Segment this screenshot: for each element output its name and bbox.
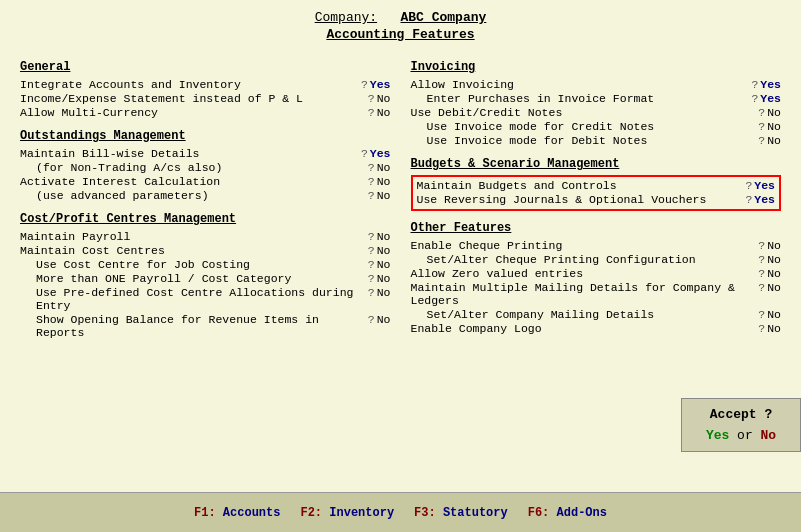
feature-label: Enable Company Logo [411, 322, 759, 335]
footer-bar: F1: Accounts F2: Inventory F3: Statutory… [0, 492, 801, 532]
feature-value: ? No [368, 272, 391, 285]
feature-label: Maintain Bill-wise Details [20, 147, 361, 160]
section-general-header: General [20, 60, 391, 74]
accept-options: Yes or No [692, 428, 790, 443]
accept-or: or [737, 428, 760, 443]
feature-row: Use Pre-defined Cost Centre Allocations … [20, 286, 391, 312]
feature-row: Use Invoice mode for Credit Notes ? No [411, 120, 782, 133]
feature-value: ? No [758, 322, 781, 335]
feature-label: Income/Expense Statement instead of P & … [20, 92, 368, 105]
feature-row: Allow Zero valued entries ? No [411, 267, 782, 280]
fkey-f6: F6: [528, 506, 550, 520]
feature-row: Activate Interest Calculation ? No [20, 175, 391, 188]
feature-value: ? No [758, 253, 781, 266]
feature-row: Maintain Multiple Mailing Details for Co… [411, 281, 782, 307]
feature-row: (for Non-Trading A/cs also) ? No [20, 161, 391, 174]
feature-row: Maintain Budgets and Controls ? Yes [417, 179, 776, 192]
col-left: General Integrate Accounts and Inventory… [20, 50, 391, 340]
feature-value: ? No [368, 258, 391, 271]
feature-value: ? Yes [361, 78, 391, 91]
flabel-accounts: Accounts [223, 506, 281, 520]
fkey-f3: F3: [414, 506, 436, 520]
highlighted-box: Maintain Budgets and Controls ? Yes Use … [411, 175, 782, 211]
feature-label: Use Reversing Journals & Optional Vouche… [417, 193, 746, 206]
feature-value: ? No [368, 161, 391, 174]
feature-value: ? No [368, 189, 391, 202]
feature-label: More than ONE Payroll / Cost Category [20, 272, 368, 285]
footer-key-f1[interactable]: F1: Accounts [194, 506, 280, 520]
accept-question: Accept ? [692, 407, 790, 422]
feature-row: Maintain Bill-wise Details ? Yes [20, 147, 391, 160]
company-line: Company: ABC Company [20, 10, 781, 25]
feature-value: ? No [758, 106, 781, 119]
feature-label: Activate Interest Calculation [20, 175, 368, 188]
feature-value: ? No [368, 106, 391, 119]
section-outstandings-header: Outstandings Management [20, 129, 391, 143]
columns: General Integrate Accounts and Inventory… [20, 50, 781, 340]
feature-value: ? No [758, 281, 781, 294]
feature-label: Set/Alter Cheque Printing Configuration [411, 253, 759, 266]
feature-value: ? Yes [751, 92, 781, 105]
feature-row: Enable Cheque Printing ? No [411, 239, 782, 252]
feature-label: Maintain Budgets and Controls [417, 179, 746, 192]
feature-row: Maintain Cost Centres ? No [20, 244, 391, 257]
feature-label: (for Non-Trading A/cs also) [20, 161, 368, 174]
fkey-f2: F2: [300, 506, 322, 520]
feature-row: Allow Multi-Currency ? No [20, 106, 391, 119]
feature-value: ? Yes [751, 78, 781, 91]
feature-value: ? Yes [361, 147, 391, 160]
feature-value: ? Yes [745, 179, 775, 192]
feature-label: Set/Alter Company Mailing Details [411, 308, 759, 321]
feature-row: Use Debit/Credit Notes ? No [411, 106, 782, 119]
feature-value: ? No [368, 175, 391, 188]
feature-value: ? Yes [745, 193, 775, 206]
feature-row: Enter Purchases in Invoice Format ? Yes [411, 92, 782, 105]
feature-row: Show Opening Balance for Revenue Items i… [20, 313, 391, 339]
feature-value: ? No [758, 134, 781, 147]
section-budgets-header: Budgets & Scenario Management [411, 157, 782, 171]
feature-value: ? No [758, 308, 781, 321]
section-title: Accounting Features [20, 27, 781, 42]
flabel-statutory: Statutory [443, 506, 508, 520]
accept-yes[interactable]: Yes [706, 428, 729, 443]
feature-value: ? No [368, 286, 391, 299]
feature-value: ? No [758, 239, 781, 252]
feature-label: Maintain Multiple Mailing Details for Co… [411, 281, 759, 307]
accept-no[interactable]: No [761, 428, 777, 443]
flabel-inventory: Inventory [329, 506, 394, 520]
feature-label: Enter Purchases in Invoice Format [411, 92, 752, 105]
feature-label: Maintain Payroll [20, 230, 368, 243]
feature-row: Enable Company Logo ? No [411, 322, 782, 335]
feature-row: Set/Alter Company Mailing Details ? No [411, 308, 782, 321]
feature-value: ? No [368, 230, 391, 243]
feature-label: Use Cost Centre for Job Costing [20, 258, 368, 271]
footer-key-f6[interactable]: F6: Add-Ons [528, 506, 607, 520]
footer-key-f3[interactable]: F3: Statutory [414, 506, 508, 520]
company-label: Company: [315, 10, 377, 25]
feature-label: Use Debit/Credit Notes [411, 106, 759, 119]
feature-value: ? No [758, 120, 781, 133]
section-cost-header: Cost/Profit Centres Management [20, 212, 391, 226]
feature-value: ? No [368, 92, 391, 105]
feature-row: Set/Alter Cheque Printing Configuration … [411, 253, 782, 266]
feature-row: Use Invoice mode for Debit Notes ? No [411, 134, 782, 147]
col-right: Invoicing Allow Invoicing ? Yes Enter Pu… [411, 50, 782, 340]
feature-row: Income/Expense Statement instead of P & … [20, 92, 391, 105]
feature-row: Use Cost Centre for Job Costing ? No [20, 258, 391, 271]
footer-key-f2[interactable]: F2: Inventory [300, 506, 394, 520]
feature-label: Use Pre-defined Cost Centre Allocations … [20, 286, 368, 312]
feature-label: Use Invoice mode for Debit Notes [411, 134, 759, 147]
fkey-f1: F1: [194, 506, 216, 520]
feature-row: Maintain Payroll ? No [20, 230, 391, 243]
feature-row: Use Reversing Journals & Optional Vouche… [417, 193, 776, 206]
header: Company: ABC Company Accounting Features [20, 10, 781, 42]
feature-value: ? No [758, 267, 781, 280]
feature-label: Show Opening Balance for Revenue Items i… [20, 313, 368, 339]
feature-label: Maintain Cost Centres [20, 244, 368, 257]
company-name: ABC Company [401, 10, 487, 25]
feature-label: Allow Invoicing [411, 78, 752, 91]
main-container: Company: ABC Company Accounting Features… [0, 0, 801, 492]
feature-row: Integrate Accounts and Inventory ? Yes [20, 78, 391, 91]
feature-label: Integrate Accounts and Inventory [20, 78, 361, 91]
feature-value: ? No [368, 313, 391, 326]
